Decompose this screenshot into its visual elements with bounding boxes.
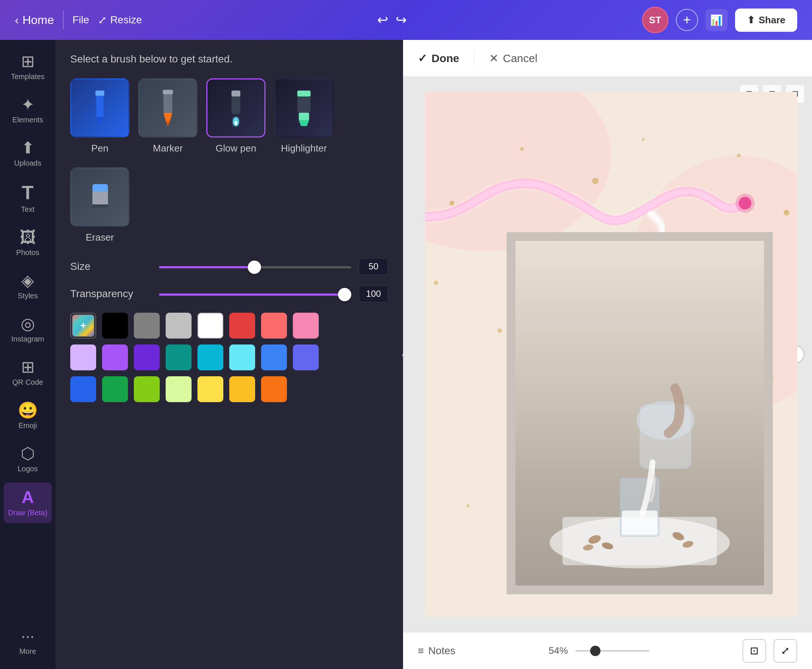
sidebar-label-uploads: Uploads — [14, 159, 41, 167]
brush-eraser[interactable]: Eraser — [70, 167, 130, 243]
color-light-red[interactable] — [261, 313, 287, 339]
size-label: Size — [70, 261, 152, 272]
svg-rect-17 — [93, 204, 108, 207]
bottom-bar: ≡ Notes 54% ⊡ ⤢ — [403, 632, 812, 669]
done-label: Done — [431, 52, 459, 65]
resize-label: Resize — [110, 14, 142, 26]
pen-icon-box — [70, 78, 130, 138]
redo-button[interactable]: ↪ — [396, 12, 407, 28]
svg-rect-6 — [163, 90, 173, 94]
brush-grid: Pen Marker — [70, 78, 388, 154]
sidebar-item-instagram[interactable]: ◎ Instagram — [4, 310, 52, 349]
done-button[interactable]: ✓ Done — [418, 52, 459, 65]
color-pink[interactable] — [293, 313, 319, 339]
hide-panel-button[interactable]: ‹ — [396, 340, 403, 369]
action-divider — [474, 51, 474, 66]
fit-page-button[interactable]: ⊡ — [743, 639, 766, 663]
share-icon: ⬆ — [747, 14, 755, 26]
eraser-grid: Eraser — [70, 167, 388, 243]
color-teal[interactable] — [166, 345, 192, 370]
zoom-level: 54% — [549, 645, 568, 656]
sidebar-item-logos[interactable]: ⬡ Logos — [4, 439, 52, 479]
share-button[interactable]: ⬆ Share — [735, 8, 797, 32]
sidebar-item-styles[interactable]: ◈ Styles — [4, 267, 52, 306]
photos-icon: 🖼 — [20, 229, 36, 245]
color-gray[interactable] — [134, 313, 160, 339]
sidebar-label-draw: Draw (Beta) — [8, 509, 48, 517]
sidebar-item-draw[interactable]: A Draw (Beta) — [4, 483, 52, 523]
color-white[interactable] — [197, 313, 223, 339]
sidebar-label-qr-code: QR Code — [12, 378, 43, 387]
sidebar-label-logos: Logos — [18, 465, 38, 473]
sidebar-label-templates: Templates — [11, 72, 44, 81]
milk-scene — [530, 350, 749, 571]
sidebar-item-more[interactable]: ··· More — [4, 622, 52, 662]
color-orange[interactable] — [261, 376, 287, 402]
color-silver[interactable] — [166, 313, 192, 339]
color-dark-blue[interactable] — [70, 376, 96, 402]
zoom-slider[interactable] — [575, 650, 649, 652]
sidebar: ⊞ Templates ✦ Elements ⬆ Uploads T Text … — [0, 40, 56, 669]
color-purple[interactable] — [102, 345, 128, 370]
color-yellow[interactable] — [197, 376, 223, 402]
color-indigo[interactable] — [293, 345, 319, 370]
color-cyan[interactable] — [197, 345, 223, 370]
avatar[interactable]: ST — [642, 7, 669, 33]
expand-button[interactable]: ⤢ — [773, 639, 797, 663]
sidebar-item-qr-code[interactable]: ⊞ QR Code — [4, 353, 52, 393]
color-light-cyan[interactable] — [229, 345, 255, 370]
sidebar-item-uploads[interactable]: ⬆ Uploads — [4, 134, 52, 173]
add-color-button[interactable]: + — [70, 313, 96, 339]
resize-icon: ⤢ — [98, 14, 106, 26]
back-arrow-icon: ‹ — [15, 13, 19, 27]
color-red[interactable] — [229, 313, 255, 339]
undo-redo-group: ↩ ↪ — [377, 12, 407, 28]
color-blue[interactable] — [261, 345, 287, 370]
resize-button[interactable]: ⤢ Resize — [98, 14, 142, 26]
sidebar-label-emoji: Emoji — [19, 421, 37, 430]
color-black[interactable] — [102, 313, 128, 339]
notes-button[interactable]: ≡ Notes — [418, 645, 456, 657]
undo-button[interactable]: ↩ — [377, 12, 388, 28]
marker-label: Marker — [153, 143, 183, 154]
color-palette: + — [70, 313, 388, 402]
brush-marker[interactable]: Marker — [138, 78, 197, 154]
size-slider[interactable] — [159, 266, 351, 268]
divider — [63, 11, 64, 29]
file-menu[interactable]: File — [72, 14, 89, 26]
color-lime[interactable] — [134, 376, 160, 402]
color-lavender[interactable] — [70, 345, 96, 370]
sidebar-item-elements[interactable]: ✦ Elements — [4, 91, 52, 130]
sidebar-item-photos[interactable]: 🖼 Photos — [4, 223, 52, 263]
zoom-controls: 54% — [549, 645, 649, 656]
brush-highlighter[interactable]: Highlighter — [275, 78, 334, 154]
sidebar-item-text[interactable]: T Text — [4, 177, 52, 220]
color-green[interactable] — [102, 376, 128, 402]
highlighter-label: Highlighter — [281, 143, 327, 154]
brush-pen[interactable]: Pen — [70, 78, 130, 154]
transparency-slider[interactable] — [159, 294, 351, 296]
size-value[interactable]: 50 — [359, 258, 388, 275]
instagram-icon: ◎ — [21, 316, 35, 332]
highlighter-icon-box — [275, 78, 334, 138]
color-amber[interactable] — [229, 376, 255, 402]
qr-code-icon: ⊞ — [21, 359, 35, 375]
cancel-button[interactable]: ✕ Cancel — [489, 52, 537, 65]
brush-glow-pen[interactable]: Glow pen — [206, 78, 266, 154]
action-bar: ✓ Done ✕ Cancel — [403, 40, 812, 77]
analytics-button[interactable]: 📊 — [706, 9, 728, 31]
glow-pen-icon-box — [206, 78, 266, 138]
sidebar-item-emoji[interactable]: 😀 Emoji — [4, 396, 52, 436]
sidebar-label-photos: Photos — [16, 249, 39, 257]
home-button[interactable]: ‹ Home — [15, 13, 54, 27]
sidebar-item-templates[interactable]: ⊞ Templates — [4, 47, 52, 87]
add-collaborator-button[interactable]: + — [676, 9, 698, 31]
more-icon: ··· — [21, 628, 35, 644]
color-light-lime[interactable] — [166, 376, 192, 402]
svg-rect-8 — [231, 91, 240, 96]
canvas-viewport[interactable]: ⊡ ⊟ ⊞ ○ — [403, 77, 812, 632]
sidebar-label-more: More — [19, 647, 36, 656]
transparency-value[interactable]: 100 — [359, 285, 388, 303]
color-dark-purple[interactable] — [134, 345, 160, 370]
sidebar-label-styles: Styles — [18, 292, 38, 300]
